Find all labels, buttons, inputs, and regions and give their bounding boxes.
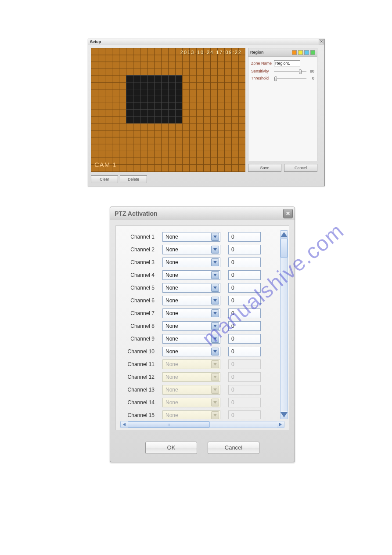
- svg-marker-1: [213, 248, 217, 251]
- region-swatch-green[interactable]: [310, 50, 315, 55]
- channel-value-input[interactable]: 0: [228, 296, 261, 305]
- svg-marker-17: [123, 423, 126, 426]
- channel-label: Channel 14: [120, 399, 155, 406]
- ptz-row: Channel 3None0: [120, 256, 284, 268]
- select-value: None: [165, 399, 178, 406]
- slider-thumb-icon[interactable]: [299, 69, 302, 74]
- ptz-title: PTZ Activation: [115, 210, 158, 217]
- svg-marker-10: [213, 363, 217, 366]
- channel-value-input[interactable]: 0: [228, 245, 261, 254]
- setup-dialog: Setup ✕ 2013-10-24 17:09:22 CAM 1 Region: [88, 39, 325, 186]
- channel-option-select: None: [162, 359, 220, 369]
- channel-option-select[interactable]: None: [162, 283, 220, 293]
- channel-value-input[interactable]: 0: [228, 321, 261, 331]
- channel-label: Channel 5: [120, 285, 155, 291]
- channel-option-select[interactable]: None: [162, 232, 220, 242]
- region-panel: Region Zone Name Sensitivity: [248, 48, 317, 172]
- chevron-down-icon: [211, 411, 219, 419]
- svg-marker-4: [213, 287, 217, 289]
- ptz-row: Channel 7None0: [120, 307, 284, 319]
- horizontal-scrollbar[interactable]: ||||: [120, 421, 284, 428]
- chevron-down-icon[interactable]: [211, 233, 219, 241]
- chevron-down-icon[interactable]: [211, 309, 219, 317]
- channel-value-input: 0: [228, 359, 261, 369]
- region-swatch-yellow[interactable]: [298, 50, 303, 55]
- channel-value-input[interactable]: 0: [228, 232, 261, 242]
- cancel-button[interactable]: Cancel: [284, 164, 317, 172]
- chevron-down-icon[interactable]: [211, 258, 219, 266]
- scroll-up-icon[interactable]: [281, 231, 288, 239]
- channel-label: Channel 6: [120, 297, 155, 304]
- channel-option-select: None: [162, 398, 220, 407]
- chevron-down-icon[interactable]: [211, 322, 219, 330]
- motion-grid[interactable]: 2013-10-24 17:09:22 CAM 1: [91, 48, 245, 172]
- camera-label: CAM 1: [94, 161, 117, 168]
- close-icon[interactable]: ✕: [283, 209, 293, 218]
- scroll-left-icon[interactable]: [121, 421, 128, 428]
- scroll-right-icon[interactable]: [277, 421, 284, 428]
- channel-option-select[interactable]: None: [162, 347, 220, 356]
- sensitivity-slider[interactable]: [274, 71, 306, 72]
- ptz-titlebar[interactable]: PTZ Activation ✕: [110, 207, 295, 220]
- ptz-row: Channel 8None0: [120, 319, 284, 332]
- channel-value-input[interactable]: 0: [228, 308, 261, 318]
- channel-option-select[interactable]: None: [162, 258, 220, 267]
- zone-name-input[interactable]: [274, 60, 300, 66]
- channel-option-select[interactable]: None: [162, 296, 220, 305]
- ptz-row: Channel 10None0: [120, 345, 284, 358]
- clear-button[interactable]: Clear: [91, 175, 118, 183]
- scroll-thumb[interactable]: [281, 239, 288, 258]
- ptz-row: Channel 9None0: [120, 332, 284, 345]
- chevron-down-icon[interactable]: [211, 284, 219, 292]
- select-value: None: [165, 336, 178, 342]
- region-header-label: Region: [250, 50, 264, 54]
- scroll-track[interactable]: ||||: [128, 421, 277, 428]
- delete-button[interactable]: Delete: [120, 175, 147, 183]
- chevron-down-icon[interactable]: [211, 246, 219, 254]
- selected-region[interactable]: [126, 75, 182, 123]
- close-icon[interactable]: ✕: [319, 39, 324, 44]
- ptz-body: Channel 1None0Channel 2None0Channel 3Non…: [115, 225, 289, 430]
- ptz-row: Channel 13None0: [120, 383, 284, 396]
- slider-thumb-icon[interactable]: [274, 76, 277, 81]
- channel-value-input[interactable]: 0: [228, 283, 261, 293]
- scroll-thumb[interactable]: ||||: [128, 421, 210, 428]
- save-button[interactable]: Save: [248, 164, 281, 172]
- ok-button[interactable]: OK: [145, 442, 197, 454]
- chevron-down-icon[interactable]: [211, 348, 219, 355]
- channel-option-select[interactable]: None: [162, 308, 220, 318]
- chevron-down-icon[interactable]: [211, 271, 219, 279]
- chevron-down-icon: [211, 373, 219, 381]
- channel-option-select: None: [162, 410, 220, 420]
- chevron-down-icon[interactable]: [211, 335, 219, 343]
- cancel-button[interactable]: Cancel: [208, 442, 259, 454]
- channel-label: Channel 10: [120, 348, 155, 355]
- channel-option-select[interactable]: None: [162, 245, 220, 254]
- select-value: None: [165, 297, 178, 304]
- select-value: None: [165, 323, 178, 329]
- threshold-slider[interactable]: [274, 78, 306, 79]
- svg-marker-5: [213, 299, 217, 302]
- select-value: None: [165, 272, 178, 278]
- channel-label: Channel 7: [120, 310, 155, 316]
- channel-option-select[interactable]: None: [162, 334, 220, 344]
- chevron-down-icon[interactable]: [211, 297, 219, 305]
- channel-value-input[interactable]: 0: [228, 270, 261, 280]
- channel-value-input[interactable]: 0: [228, 347, 261, 356]
- channel-value-input[interactable]: 0: [228, 334, 261, 344]
- threshold-label: Threshold: [251, 76, 272, 80]
- channel-value-input[interactable]: 0: [228, 258, 261, 267]
- ptz-activation-dialog: PTZ Activation ✕ Channel 1None0Channel 2…: [110, 207, 295, 462]
- select-value: None: [165, 247, 178, 253]
- threshold-value: 0: [308, 76, 314, 80]
- channel-option-select[interactable]: None: [162, 321, 220, 331]
- channel-value-input: 0: [228, 372, 261, 382]
- region-swatch-orange[interactable]: [292, 50, 297, 55]
- setup-titlebar[interactable]: Setup ✕: [88, 39, 324, 45]
- scroll-track[interactable]: [281, 239, 288, 411]
- channel-option-select[interactable]: None: [162, 270, 220, 280]
- vertical-scrollbar[interactable]: [280, 230, 288, 419]
- scroll-down-icon[interactable]: [281, 411, 288, 419]
- region-swatch-blue[interactable]: [304, 50, 309, 55]
- svg-marker-14: [213, 414, 217, 417]
